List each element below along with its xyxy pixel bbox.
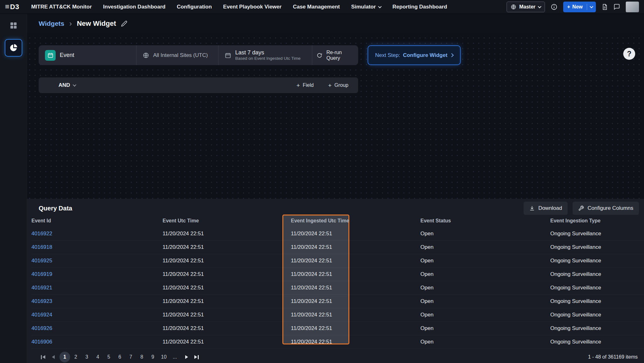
- sites-selector[interactable]: All Internal Sites (UTC): [136, 45, 219, 65]
- first-page-button[interactable]: [38, 352, 48, 362]
- globe-icon: [511, 4, 516, 10]
- add-field-button[interactable]: + Field: [297, 82, 314, 88]
- chevron-down-icon: [73, 83, 76, 87]
- event-id-link[interactable]: 4016921: [31, 285, 163, 291]
- page-button-9[interactable]: 9: [147, 352, 158, 362]
- page-button-1[interactable]: 1: [59, 352, 70, 362]
- query-data-title: Query Data: [39, 205, 72, 212]
- breadcrumb: Widgets › New Widget: [27, 14, 644, 33]
- event-id-link[interactable]: 4016924: [31, 312, 163, 318]
- master-site-dropdown[interactable]: Master: [507, 2, 545, 12]
- cell-event-ingestion-type: Ongoing Surveillance: [550, 325, 644, 332]
- nav-item-investigation-dashboard[interactable]: Investigation Dashboard: [103, 4, 165, 10]
- refresh-icon: [317, 53, 322, 58]
- col-header-event-utc-time[interactable]: Event Utc Time: [163, 218, 291, 224]
- nav-item-label: Simulator: [351, 4, 376, 10]
- logo-bars-icon: ≡: [5, 3, 9, 10]
- col-header-event-ingested-utc-time[interactable]: Event Ingested Utc Time: [291, 218, 420, 224]
- download-button[interactable]: Download: [524, 202, 568, 215]
- rerun-query-label: Re-run Query: [326, 50, 354, 61]
- nav-item-simulator[interactable]: Simulator: [351, 4, 381, 10]
- edit-pencil-icon[interactable]: [121, 20, 127, 27]
- col-header-event-id[interactable]: Event Id: [31, 218, 163, 224]
- cell-event-status: Open: [420, 339, 550, 345]
- cell-event-utc-time: 11/20/2024 22:51: [163, 312, 291, 318]
- dashboard-grid-icon[interactable]: [9, 21, 18, 30]
- event-id-link[interactable]: 4016926: [31, 325, 163, 332]
- cell-event-ingested-utc-time: 11/20/2024 22:51: [291, 271, 420, 277]
- configure-columns-button[interactable]: Configure Columns: [573, 202, 639, 215]
- col-header-event-status[interactable]: Event Status: [420, 218, 550, 224]
- query-bar: Event All Internal Sites (UTC) Last: [39, 45, 358, 65]
- next-step-configure-widget-button[interactable]: Next Step: Configure Widget: [368, 45, 461, 65]
- date-range-subtitle: Based on Event Ingested Utc Time: [235, 56, 301, 61]
- date-range-label: Last 7 days: [235, 49, 301, 56]
- user-avatar[interactable]: [626, 2, 639, 12]
- cell-event-ingested-utc-time: 11/20/2024 22:51: [291, 298, 420, 304]
- nav-item-reporting-dashboard[interactable]: Reporting Dashboard: [392, 4, 447, 10]
- new-dropdown-caret[interactable]: [587, 2, 596, 12]
- previous-page-button[interactable]: [48, 352, 58, 362]
- download-icon: [529, 205, 535, 211]
- page-button-10[interactable]: 10: [158, 352, 169, 362]
- download-label: Download: [538, 205, 562, 211]
- rerun-query-button[interactable]: Re-run Query: [312, 45, 358, 65]
- cell-event-utc-time: 11/20/2024 22:51: [163, 271, 291, 277]
- cell-event-ingestion-type: Ongoing Surveillance: [550, 244, 644, 250]
- col-header-event-ingestion-type[interactable]: Event Ingestion Type: [550, 218, 644, 224]
- cell-event-utc-time: 11/20/2024 22:51: [163, 231, 291, 237]
- globe-icon: [143, 52, 149, 59]
- event-id-link[interactable]: 4016918: [31, 244, 163, 250]
- chat-icon[interactable]: [613, 3, 620, 10]
- filter-builder-bar: AND + Field + Group: [39, 77, 358, 93]
- datasource-event-selector[interactable]: Event: [39, 45, 136, 65]
- add-group-button[interactable]: + Group: [328, 82, 348, 88]
- help-question-icon: ?: [627, 50, 631, 58]
- page-button-5[interactable]: 5: [103, 352, 114, 362]
- cell-event-utc-time: 11/20/2024 22:51: [163, 258, 291, 264]
- next-page-button[interactable]: [181, 352, 192, 362]
- nav-item-configuration[interactable]: Configuration: [177, 4, 212, 10]
- new-button[interactable]: + New: [563, 2, 596, 12]
- table-row: 401692111/20/2024 22:5111/20/2024 22:51O…: [31, 281, 644, 295]
- event-id-link[interactable]: 4016906: [31, 339, 163, 345]
- nav-item-label: Configuration: [177, 4, 212, 10]
- nav-item-event-playbook-viewer[interactable]: Event Playbook Viewer: [223, 4, 282, 10]
- table-row: 401692311/20/2024 22:5111/20/2024 22:51O…: [31, 295, 644, 308]
- last-page-button[interactable]: [192, 352, 202, 362]
- nav-item-label: Investigation Dashboard: [103, 4, 165, 10]
- query-area: Event All Internal Sites (UTC) Last: [27, 33, 644, 93]
- cell-event-status: Open: [420, 271, 550, 277]
- info-icon[interactable]: [551, 3, 558, 10]
- logical-operator-dropdown[interactable]: AND: [58, 82, 76, 88]
- table-row: 401692211/20/2024 22:5111/20/2024 22:51O…: [31, 227, 644, 241]
- nav-item-case-management[interactable]: Case Management: [293, 4, 340, 10]
- widgets-pie-chart-icon[interactable]: [5, 39, 22, 57]
- page-button-2[interactable]: 2: [70, 352, 81, 362]
- table-header-row: Event Id Event Utc Time Event Ingested U…: [31, 215, 644, 227]
- page-button-7[interactable]: 7: [125, 352, 136, 362]
- table-row: 401691811/20/2024 22:5111/20/2024 22:51O…: [31, 241, 644, 254]
- page-button-6[interactable]: 6: [114, 352, 125, 362]
- nav-item-mitre-att-ck-monitor[interactable]: MITRE ATT&CK Monitor: [31, 4, 92, 10]
- add-field-label: Field: [303, 82, 314, 88]
- event-id-link[interactable]: 4016922: [31, 231, 163, 237]
- event-id-link[interactable]: 4016919: [31, 271, 163, 277]
- cell-event-utc-time: 11/20/2024 22:51: [163, 325, 291, 332]
- event-id-link[interactable]: 4016925: [31, 258, 163, 264]
- help-button[interactable]: ?: [623, 48, 635, 60]
- event-calendar-icon: [45, 50, 56, 61]
- cell-event-utc-time: 11/20/2024 22:51: [163, 285, 291, 291]
- cell-event-utc-time: 11/20/2024 22:51: [163, 298, 291, 304]
- page-button-3[interactable]: 3: [81, 352, 92, 362]
- plus-icon: +: [567, 4, 570, 10]
- document-icon[interactable]: [602, 3, 608, 10]
- cell-event-ingestion-type: Ongoing Surveillance: [550, 298, 644, 304]
- event-id-link[interactable]: 4016923: [31, 298, 163, 304]
- table-row: 401692611/20/2024 22:5111/20/2024 22:51O…: [31, 322, 644, 335]
- date-range-selector[interactable]: Last 7 days Based on Event Ingested Utc …: [219, 45, 312, 65]
- page-button-4[interactable]: 4: [92, 352, 103, 362]
- breadcrumb-widgets-link[interactable]: Widgets: [39, 20, 64, 27]
- page-button-8[interactable]: 8: [136, 352, 147, 362]
- d3-logo[interactable]: ≡ D3: [5, 3, 19, 11]
